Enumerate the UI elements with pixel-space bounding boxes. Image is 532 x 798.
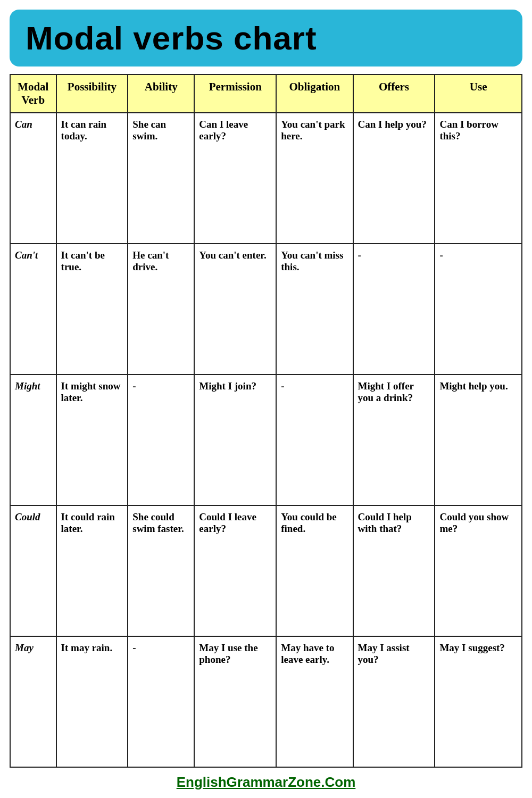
cell-4-obligation: May have to leave early. <box>276 636 353 767</box>
table-row-2: MightIt might snow later.-Might I join?-… <box>10 375 522 505</box>
table-row-4: MayIt may rain.-May I use the phone?May … <box>10 636 522 767</box>
column-header-4: Obligation <box>276 74 353 113</box>
table-body: CanIt can rain today.She can swim.Can I … <box>10 113 522 767</box>
table-header-row: Modal VerbPossibilityAbilityPermissionOb… <box>10 74 522 113</box>
cell-2-offers: Might I offer you a drink? <box>353 375 435 505</box>
title-box: Modal verbs chart <box>10 10 522 66</box>
cell-3-permission: Could I leave early? <box>194 505 276 636</box>
cell-1-use: - <box>435 244 522 375</box>
table-row-1: Can'tIt can't be true.He can't drive.You… <box>10 244 522 375</box>
cell-2-use: Might help you. <box>435 375 522 505</box>
cell-1-possibility: It can't be true. <box>56 244 128 375</box>
cell-4-modal: May <box>10 636 56 767</box>
cell-0-permission: Can I leave early? <box>194 113 276 244</box>
cell-0-possibility: It can rain today. <box>56 113 128 244</box>
cell-0-ability: She can swim. <box>128 113 194 244</box>
table-row-3: CouldIt could rain later.She could swim … <box>10 505 522 636</box>
cell-4-permission: May I use the phone? <box>194 636 276 767</box>
cell-1-modal: Can't <box>10 244 56 375</box>
modal-verbs-table: Modal VerbPossibilityAbilityPermissionOb… <box>10 74 522 768</box>
column-header-1: Possibility <box>56 74 128 113</box>
cell-4-use: May I suggest? <box>435 636 522 767</box>
cell-3-ability: She could swim faster. <box>128 505 194 636</box>
column-header-2: Ability <box>128 74 194 113</box>
column-header-3: Permission <box>194 74 276 113</box>
cell-3-use: Could you show me? <box>435 505 522 636</box>
column-header-0: Modal Verb <box>10 74 56 113</box>
column-header-5: Offers <box>353 74 435 113</box>
cell-1-permission: You can't enter. <box>194 244 276 375</box>
table-row-0: CanIt can rain today.She can swim.Can I … <box>10 113 522 244</box>
cell-1-ability: He can't drive. <box>128 244 194 375</box>
cell-3-offers: Could I help with that? <box>353 505 435 636</box>
cell-2-ability: - <box>128 375 194 505</box>
cell-0-obligation: You can't park here. <box>276 113 353 244</box>
cell-1-offers: - <box>353 244 435 375</box>
cell-4-offers: May I assist you? <box>353 636 435 767</box>
cell-3-possibility: It could rain later. <box>56 505 128 636</box>
cell-2-permission: Might I join? <box>194 375 276 505</box>
cell-1-obligation: You can't miss this. <box>276 244 353 375</box>
cell-4-possibility: It may rain. <box>56 636 128 767</box>
footer-link[interactable]: EnglishGrammarZone.Com <box>10 768 522 793</box>
cell-0-use: Can I borrow this? <box>435 113 522 244</box>
cell-3-obligation: You could be fined. <box>276 505 353 636</box>
cell-0-modal: Can <box>10 113 56 244</box>
cell-2-possibility: It might snow later. <box>56 375 128 505</box>
page-title: Modal verbs chart <box>26 20 317 56</box>
cell-2-obligation: - <box>276 375 353 505</box>
cell-3-modal: Could <box>10 505 56 636</box>
cell-0-offers: Can I help you? <box>353 113 435 244</box>
column-header-6: Use <box>435 74 522 113</box>
cell-2-modal: Might <box>10 375 56 505</box>
cell-4-ability: - <box>128 636 194 767</box>
